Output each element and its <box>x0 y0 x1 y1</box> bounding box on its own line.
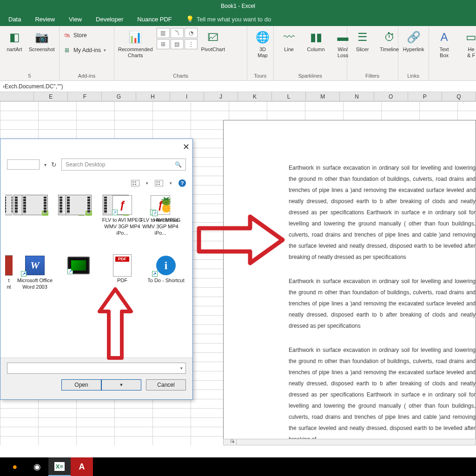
sparkline-line-button[interactable]: 〰 Line <box>278 28 301 53</box>
cancel-button[interactable]: Cancel <box>146 379 186 390</box>
tab-data[interactable]: Data <box>8 16 21 23</box>
cancel-label: Cancel <box>157 382 174 388</box>
address-combo[interactable] <box>7 159 40 170</box>
store-label: Store <box>73 32 87 39</box>
tab-view[interactable]: View <box>69 16 82 23</box>
taskbar: ● ◉ X≡ A <box>0 457 476 476</box>
taskbar-start-gap <box>0 457 4 476</box>
dialog-file-pane-overlay: um um ↗FLV to AVI MPEG WMV 3GP MP4 iPo..… <box>0 192 192 357</box>
taskbar-chrome[interactable]: ◉ <box>26 457 48 476</box>
file-item[interactable]: t nt <box>5 255 13 311</box>
globe-icon: 🌐 <box>255 30 270 45</box>
chevron-down-icon[interactable]: ▾ <box>44 162 46 167</box>
colhdr-f[interactable]: F <box>68 92 102 101</box>
hyperlink-button[interactable]: 🔗 Hyperlink <box>402 28 425 53</box>
colhdr-l[interactable]: L <box>272 92 306 101</box>
embed-hscroll[interactable]: ◂ <box>223 439 476 445</box>
firefox-icon: ● <box>13 462 18 472</box>
file-item-todo[interactable]: i↗To Do - Shortcut <box>145 255 187 311</box>
video-file-icon: um <box>22 195 48 215</box>
chevron-down-icon: ▾ <box>180 366 183 370</box>
shortcut-arrow-icon: ↗ <box>152 271 158 277</box>
formula-text: ›Exch.Document.DC","") <box>3 83 63 90</box>
group-caption-text <box>433 78 472 80</box>
view-icons-icon[interactable] <box>131 180 139 186</box>
chart-stat-icon[interactable]: ▤ <box>171 39 184 49</box>
group-caption-filters: Filters <box>351 72 394 80</box>
chart-hier-icon[interactable]: ⊞ <box>157 39 170 49</box>
search-input[interactable]: Search Desktop 🔍 <box>61 159 186 171</box>
colhdr-q[interactable]: Q <box>442 92 476 101</box>
preview-pane-icon[interactable] <box>155 180 163 186</box>
colhdr-g[interactable]: G <box>102 92 136 101</box>
colhdr-e[interactable]: E <box>34 92 68 101</box>
search-placeholder: Search Desktop <box>66 161 105 168</box>
dialog-footer: ▾ Open ▼ Cancel <box>0 357 192 399</box>
embed-paragraph-2: Earthwork in surface excavation in ordin… <box>289 276 476 331</box>
colhdr-cut[interactable] <box>0 92 34 101</box>
3dmap-button[interactable]: 🌐 3D Map <box>251 28 274 59</box>
refresh-icon[interactable]: ↻ <box>51 161 57 168</box>
handbrake-icon: 🍍↗ <box>153 195 179 215</box>
filename-input[interactable]: ▾ <box>7 363 186 374</box>
file-item[interactable] <box>5 195 13 255</box>
myaddins-button[interactable]: ⊞ My Add-ins ▾ <box>63 46 110 54</box>
taskbar-acrobat[interactable]: A <box>71 457 93 476</box>
word-icon: W↗ <box>22 255 48 276</box>
tab-nuance-pdf[interactable]: Nuance PDF <box>137 16 172 23</box>
help-icon[interactable]: ? <box>178 179 186 187</box>
slicer-button[interactable]: ☰ Slicer <box>351 28 374 53</box>
colhdr-n[interactable]: N <box>340 92 374 101</box>
colhdr-j[interactable]: J <box>204 92 238 101</box>
chart-type-grid[interactable]: ▥ 〽 ◔ ⊞ ▤ ⋮ <box>157 28 198 49</box>
file-item[interactable]: um <box>57 195 100 255</box>
open-button[interactable]: Open <box>61 379 101 390</box>
store-icon: 🛍 <box>63 32 71 39</box>
smartart-button[interactable]: ◧ nartArt <box>4 28 25 53</box>
colhdr-k[interactable]: K <box>238 92 272 101</box>
chart-bar-icon[interactable]: ▥ <box>157 28 170 38</box>
textbox-button[interactable]: A Text Box <box>433 28 456 59</box>
screenshot-button[interactable]: 📷 Screenshot <box>29 28 55 53</box>
file-item-handbrake[interactable]: 🍍↗Handbrake <box>145 195 187 255</box>
file-item-pdf[interactable]: PDF <box>101 255 144 311</box>
file-item-flv[interactable]: ↗FLV to AVI MPEG WMV 3GP MP4 iPo... <box>101 195 144 255</box>
colhdr-i[interactable]: I <box>170 92 204 101</box>
recommended-charts-button[interactable]: 📊 Recommended Charts <box>118 28 153 59</box>
chevron-down-icon[interactable]: ▾ <box>170 181 172 185</box>
embed-scroll-left-icon[interactable]: ◂ <box>230 439 237 445</box>
colhdr-m[interactable]: M <box>306 92 340 101</box>
store-button[interactable]: 🛍 Store <box>63 32 110 39</box>
group-caption-charts: Charts <box>118 72 243 80</box>
colhdr-p[interactable]: P <box>408 92 442 101</box>
chart-line-icon[interactable]: 〽 <box>171 28 184 38</box>
hyperlink-icon: 🔗 <box>406 30 421 45</box>
formula-bar[interactable]: ›Exch.Document.DC","") <box>0 81 476 92</box>
file-item-monitor[interactable]: ↗ <box>57 255 100 311</box>
taskbar-excel[interactable]: X≡ <box>48 457 71 476</box>
chart-scatter-icon[interactable]: ⋮ <box>185 39 198 49</box>
window-title: Book1 - Excel <box>221 3 255 9</box>
file-item-word[interactable]: W↗Microsoft Office Word 2003 <box>13 255 56 311</box>
file-item[interactable]: um <box>13 195 56 255</box>
tell-me[interactable]: 💡 Tell me what you want to do <box>186 15 271 23</box>
pivotchart-button[interactable]: 🗠 PivotChart <box>201 28 225 53</box>
file-label: Handbrake <box>153 217 178 224</box>
colhdr-h[interactable]: H <box>136 92 170 101</box>
header-footer-button[interactable]: ▭ He & F <box>460 28 476 59</box>
taskbar-firefox[interactable]: ● <box>4 457 26 476</box>
myaddins-label: My Add-ins <box>73 47 101 53</box>
colhdr-o[interactable]: O <box>374 92 408 101</box>
close-icon[interactable]: ✕ <box>183 142 190 152</box>
embedded-document[interactable]: Earthwork in surface excavation in ordin… <box>223 120 476 440</box>
chart-pie-icon[interactable]: ◔ <box>185 28 198 38</box>
open-split-button[interactable]: ▼ <box>101 379 141 390</box>
sparkline-column-button[interactable]: ▮▮ Column <box>304 28 328 53</box>
timeline-button[interactable]: ⏱ Timeline <box>378 28 401 53</box>
tab-developer[interactable]: Developer <box>96 16 123 23</box>
chevron-down-icon[interactable]: ▾ <box>146 181 148 185</box>
excel-icon: X≡ <box>54 462 65 471</box>
monitor-icon: ↗ <box>66 255 92 276</box>
ribbon-body: ◧ nartArt 📷 Screenshot 5 🛍 Store ⊞ My Ad… <box>0 26 476 81</box>
tab-review[interactable]: Review <box>35 16 55 23</box>
